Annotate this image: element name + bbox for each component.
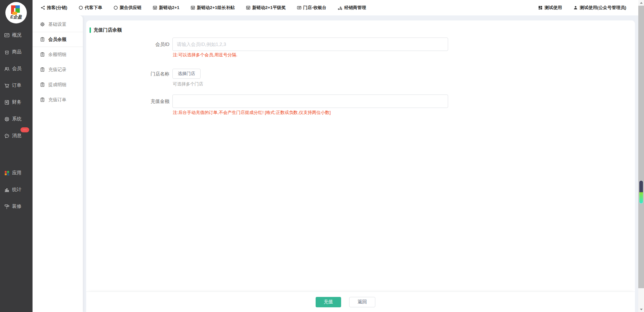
clipboard-icon (40, 82, 45, 87)
scroll-progress-indicator (639, 180, 643, 204)
overview-icon (4, 33, 10, 38)
topnav-item-tuike-distribution[interactable]: 推客(分销) (41, 5, 67, 11)
submenu-item-label: 余额明细 (48, 52, 66, 58)
recharge-amount-note: 注:后台手动充值的订单,不会产生门店提成分红! [格式:正数或负数,仅支持两位小… (173, 110, 331, 116)
form-icon (191, 5, 195, 10)
member-id-note: 注:可以选择多个会员,用逗号分隔. (173, 52, 237, 58)
topnav-item-label: 新链动2+1平级奖 (252, 5, 286, 11)
form-footer: 充值 返回 (86, 292, 635, 312)
goods-icon (4, 49, 10, 55)
submenu-item-basic-settings[interactable]: 基础设置 (33, 17, 83, 32)
submenu-item-recharge-orders[interactable]: 充值订单 (33, 92, 83, 107)
brand-name: E企盈 (5, 14, 27, 20)
scrollbar-up-arrow[interactable] (638, 0, 644, 5)
topnav-item-liandong-2plus1[interactable]: 新链动2+1 (153, 5, 179, 11)
cashier-icon (297, 5, 302, 10)
page-title: 充值门店余额 (90, 27, 122, 33)
submenu-item-label: 充值订单 (48, 97, 66, 103)
sidebar-item-label: 订单 (12, 82, 21, 88)
message-badge: ... (20, 127, 29, 132)
sidebar-item-goods[interactable]: 商品 (4, 49, 21, 55)
topnav-item-supply-chain[interactable]: 聚合供应链 (113, 5, 142, 11)
store-hint: 可选择多个门店 (173, 81, 203, 87)
sidebar-item-label: 财务 (12, 99, 21, 105)
title-accent-bar (90, 27, 91, 33)
main-content-card: 充值门店余额 会员ID 注:可以选择多个会员,用逗号分隔. 门店名称 选择门店 … (86, 20, 635, 312)
clipboard-icon (40, 97, 45, 102)
user-icon (573, 5, 578, 10)
member-icon (4, 66, 10, 72)
sidebar-item-label: 系统 (12, 116, 21, 122)
recharge-submit-button[interactable]: 充值 (316, 297, 341, 307)
scrollbar-thumb[interactable] (638, 6, 644, 288)
topnav-item-store-cashier[interactable]: 门店-收银台 (297, 5, 326, 11)
sidebar-item-finance[interactable]: 财务 (4, 99, 21, 105)
clipboard-icon (40, 37, 45, 42)
submenu-item-label: 提成明细 (48, 82, 66, 88)
topnav-item-label: 推客(分销) (47, 5, 67, 11)
test-use-label: 测试使用 (544, 5, 562, 11)
system-gear-icon (4, 116, 10, 122)
topnav-item-liandong-peer-award[interactable]: 新链动2+1平级奖 (246, 5, 286, 11)
grid-icon (538, 5, 543, 10)
message-icon (4, 133, 10, 139)
topnav-item-label: 经销商管理 (344, 5, 366, 11)
submenu-item-label: 充值记录 (48, 67, 66, 73)
sidebar-item-label: 会员 (12, 66, 21, 72)
sidebar-item-label: 商品 (12, 49, 21, 55)
paint-roller-icon (4, 204, 10, 209)
account-menu[interactable]: 测试使用(公众号管理员) (573, 5, 626, 11)
back-button[interactable]: 返回 (349, 297, 375, 307)
page-title-text: 充值门店余额 (94, 27, 122, 33)
select-store-button[interactable]: 选择门店 (172, 69, 201, 79)
sidebar-item-apps[interactable]: 应用 (4, 170, 21, 176)
topnav-item-label: 新链动2+1组长补贴 (197, 5, 235, 11)
submenu-item-recharge-records[interactable]: 充值记录 (33, 62, 83, 77)
secondary-sidebar: 基础设置 会员余额 余额明细 充值记录 提成明细 充值订单 (33, 15, 83, 312)
member-id-input[interactable] (172, 38, 448, 51)
circle-icon (113, 5, 118, 10)
order-icon (4, 83, 10, 88)
topnav-item-label: 聚合供应链 (120, 5, 142, 11)
submenu-item-balance-detail[interactable]: 余额明细 (33, 47, 83, 62)
form-icon (153, 5, 157, 10)
topbar-right-group: 测试使用 测试使用(公众号管理员) (527, 5, 626, 11)
clipboard-icon (40, 52, 45, 57)
member-id-label: 会员ID (86, 38, 169, 51)
sidebar-item-messages[interactable]: 消息 (4, 133, 21, 139)
submenu-item-member-balance[interactable]: 会员余额 (33, 32, 83, 47)
submenu-item-label: 会员余额 (48, 37, 66, 43)
topnav-item-liandong-group-subsidy[interactable]: 新链动2+1组长补贴 (191, 5, 235, 11)
share-icon (41, 5, 45, 10)
clipboard-icon (40, 67, 45, 72)
brand-logo[interactable]: E企盈 (5, 2, 27, 23)
vertical-scrollbar[interactable] (638, 0, 644, 312)
primary-sidebar: E企盈 概况 商品 会员 订单 财务 系统 消息 ... 应用 统计 装修 (0, 0, 33, 312)
scrollbar-down-arrow[interactable] (638, 307, 644, 312)
apps-icon (4, 170, 10, 176)
sidebar-item-overview[interactable]: 概况 (4, 32, 21, 38)
sidebar-item-system[interactable]: 系统 (4, 116, 21, 122)
test-use-button[interactable]: 测试使用 (538, 5, 562, 11)
topnav-item-dealer-management[interactable]: 经销商管理 (337, 5, 366, 11)
topnav-item-label: 新链动2+1 (159, 5, 179, 11)
sidebar-item-label: 消息 (12, 133, 21, 139)
form-icon (246, 5, 251, 10)
submenu-item-label: 基础设置 (48, 21, 66, 27)
circle-icon (78, 5, 83, 10)
sidebar-item-orders[interactable]: 订单 (4, 82, 21, 88)
sidebar-item-members[interactable]: 会员 (4, 66, 21, 72)
account-label: 测试使用(公众号管理员) (580, 5, 626, 11)
submenu-item-commission-detail[interactable]: 提成明细 (33, 77, 83, 92)
top-navbar: 推客(分销) 代客下单 聚合供应链 新链动2+1 新链动2+1组长补贴 新链动2… (33, 0, 638, 15)
finance-icon (4, 100, 10, 105)
sidebar-item-label: 统计 (12, 187, 21, 193)
store-name-label: 门店名称 (86, 69, 169, 79)
sidebar-item-label: 装修 (12, 203, 21, 209)
sidebar-item-decorate[interactable]: 装修 (4, 203, 21, 209)
sidebar-item-label: 应用 (12, 170, 21, 176)
topnav-item-proxy-order[interactable]: 代客下单 (78, 5, 102, 11)
recharge-amount-input[interactable] (172, 95, 448, 108)
sidebar-item-stats[interactable]: 统计 (4, 187, 21, 193)
gear-icon (40, 22, 45, 27)
